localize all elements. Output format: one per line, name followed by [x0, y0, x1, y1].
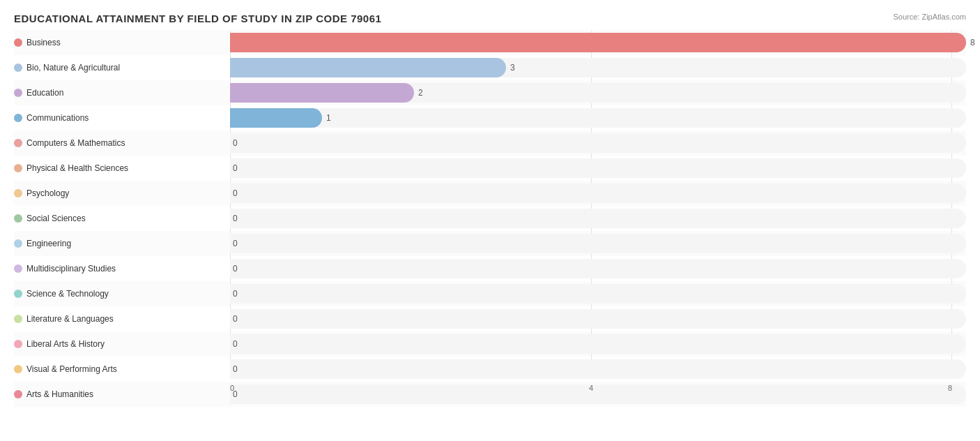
bar-row: Education2 [14, 80, 966, 105]
bar-value-label: 0 [233, 163, 238, 173]
bar-fill [230, 234, 231, 253]
bar-value-label: 0 [233, 214, 238, 223]
bar-dot [14, 89, 22, 97]
bar-label: Physical & Health Sciences [14, 163, 230, 173]
bar-dot [14, 63, 22, 72]
bar-fill [230, 209, 231, 228]
bar-dot [14, 38, 22, 47]
bar-track: 0 [230, 184, 966, 203]
bar-fill [230, 334, 231, 354]
bar-track: 3 [230, 58, 966, 77]
bar-value-label: 0 [233, 339, 238, 349]
bar-label: Bio, Nature & Agricultural [14, 63, 230, 73]
bar-dot [14, 290, 22, 298]
bar-label: Arts & Humanities [14, 389, 230, 399]
chart-title: EDUCATIONAL ATTAINMENT BY FIELD OF STUDY… [14, 13, 966, 24]
chart-source: Source: ZipAtlas.com [893, 13, 966, 21]
x-label-0: 0 [230, 384, 234, 392]
bar-value-label: 0 [233, 289, 238, 299]
bar-row: Computers & Mathematics0 [14, 130, 966, 156]
bar-dot [14, 264, 22, 273]
bar-track: 2 [230, 83, 966, 103]
bar-value-label: 2 [418, 88, 423, 98]
bar-fill [230, 284, 231, 304]
bar-track: 0 [230, 334, 966, 354]
bar-label: Science & Technology [14, 289, 230, 299]
bar-label: Psychology [14, 188, 230, 198]
bar-fill: 2 [230, 83, 414, 103]
bar-label: Communications [14, 113, 230, 123]
bar-label: Education [14, 88, 230, 98]
bar-dot [14, 365, 22, 373]
bar-value-label: 0 [233, 364, 238, 374]
bar-row: Social Sciences0 [14, 206, 966, 231]
bar-track: 0 [230, 209, 966, 228]
bar-value-label: 0 [233, 188, 238, 198]
bar-track: 0 [230, 284, 966, 304]
bar-track: 0 [230, 259, 966, 278]
bar-row: Visual & Performing Arts0 [14, 357, 966, 382]
bar-dot [14, 164, 22, 172]
bar-row: Science & Technology0 [14, 281, 966, 306]
bar-label: Computers & Mathematics [14, 138, 230, 148]
bar-track: 0 [230, 359, 966, 379]
bar-row: Multidisciplinary Studies0 [14, 256, 966, 281]
bar-value-label: 0 [233, 264, 238, 274]
bar-track: 8 [230, 33, 966, 52]
bar-row: Communications1 [14, 105, 966, 130]
bar-label: Literature & Languages [14, 314, 230, 324]
bar-label: Multidisciplinary Studies [14, 264, 230, 274]
bars-area: Business8Bio, Nature & Agricultural3Educ… [14, 30, 966, 377]
bar-label: Business [14, 38, 230, 47]
bar-dot [14, 340, 22, 348]
bar-fill: 3 [230, 58, 506, 77]
bar-fill [230, 184, 231, 203]
bar-label: Liberal Arts & History [14, 339, 230, 349]
bar-dot [14, 189, 22, 197]
bar-dot [14, 239, 22, 248]
x-label-8: 8 [948, 384, 952, 392]
bar-label: Engineering [14, 239, 230, 248]
bar-value-label: 1 [326, 113, 331, 123]
bar-row: Liberal Arts & History0 [14, 331, 966, 357]
bar-value-label: 0 [233, 138, 238, 148]
x-label-4: 4 [589, 384, 593, 392]
bar-row: Engineering0 [14, 231, 966, 256]
chart-area: Business8Bio, Nature & Agricultural3Educ… [14, 30, 966, 392]
bar-fill: 1 [230, 108, 322, 128]
bar-value-label: 0 [233, 239, 238, 248]
chart-container: EDUCATIONAL ATTAINMENT BY FIELD OF STUDY… [0, 0, 980, 441]
bar-track: 0 [230, 309, 966, 329]
bar-row: Psychology0 [14, 181, 966, 206]
bar-fill [230, 359, 231, 379]
bar-dot [14, 139, 22, 147]
bar-track: 0 [230, 158, 966, 178]
bar-label: Visual & Performing Arts [14, 364, 230, 374]
bar-value-label: 8 [970, 38, 975, 47]
bar-fill [230, 259, 231, 278]
bar-track: 0 [230, 234, 966, 253]
bar-track: 0 [230, 133, 966, 153]
bar-dot [14, 390, 22, 398]
bar-fill [230, 133, 231, 153]
bar-dot [14, 214, 22, 223]
bar-row: Literature & Languages0 [14, 306, 966, 331]
bar-value-label: 3 [510, 63, 515, 73]
bar-fill [230, 158, 231, 178]
bar-row: Business8 [14, 30, 966, 55]
x-axis: 0 4 8 [230, 384, 952, 392]
bar-dot [14, 315, 22, 323]
bar-fill [230, 309, 231, 329]
bar-label: Social Sciences [14, 214, 230, 223]
bar-row: Physical & Health Sciences0 [14, 156, 966, 181]
bar-value-label: 0 [233, 314, 238, 324]
bar-track: 1 [230, 108, 966, 128]
bar-dot [14, 114, 22, 122]
bar-fill: 8 [230, 33, 966, 52]
bar-row: Bio, Nature & Agricultural3 [14, 55, 966, 80]
